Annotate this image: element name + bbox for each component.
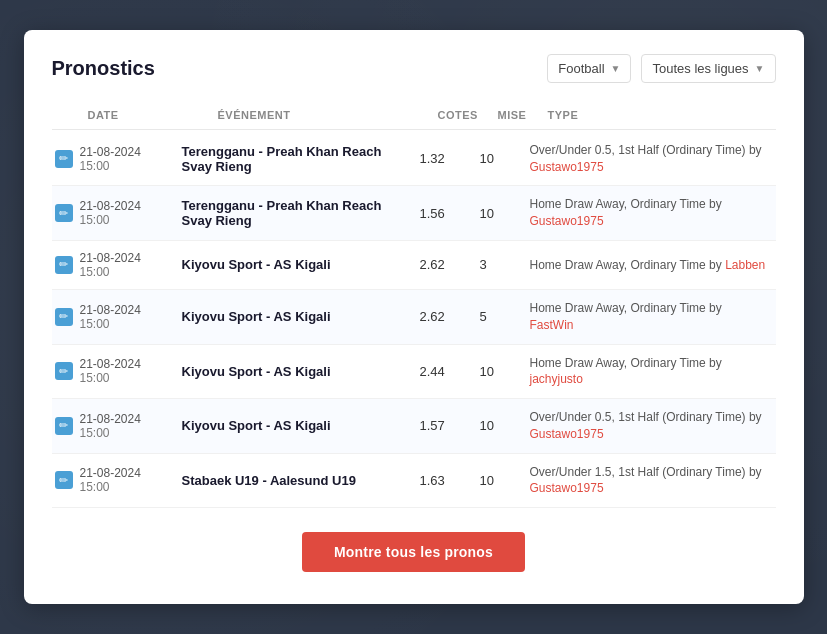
- row-author[interactable]: Gustawo1975: [530, 160, 604, 174]
- show-more-button[interactable]: Montre tous les pronos: [302, 532, 525, 572]
- row-date-value: 21-08-2024: [80, 303, 182, 317]
- row-date-value: 21-08-2024: [80, 251, 182, 265]
- row-author[interactable]: Gustawo1975: [530, 427, 604, 441]
- pronostics-card: Pronostics Football ▼ Toutes les ligues …: [24, 30, 804, 605]
- row-time-value: 15:00: [80, 213, 182, 227]
- row-type: Over/Under 1.5, 1st Half (Ordinary Time)…: [530, 464, 768, 498]
- row-type-text: Over/Under 0.5, 1st Half (Ordinary Time)…: [530, 410, 762, 424]
- col-event: ÉVÉNEMENT: [218, 109, 438, 121]
- sport-filter-chevron-icon: ▼: [611, 63, 621, 74]
- pencil-icon: [55, 308, 73, 326]
- row-edit-icon: [52, 468, 76, 492]
- col-type: TYPE: [548, 109, 768, 121]
- row-edit-icon: [52, 201, 76, 225]
- pencil-icon: [55, 417, 73, 435]
- league-filter-label: Toutes les ligues: [652, 61, 748, 76]
- row-event: Stabaek U19 - Aalesund U19: [182, 473, 420, 488]
- pencil-icon: [55, 256, 73, 274]
- row-type: Over/Under 0.5, 1st Half (Ordinary Time)…: [530, 142, 768, 176]
- row-type-text: Home Draw Away, Ordinary Time by: [530, 258, 726, 272]
- row-type-text: Home Draw Away, Ordinary Time by: [530, 301, 722, 315]
- table-row: 21-08-2024 15:00 Kiyovu Sport - AS Kigal…: [52, 345, 776, 400]
- row-date-value: 21-08-2024: [80, 412, 182, 426]
- row-author[interactable]: Gustawo1975: [530, 214, 604, 228]
- league-filter-chevron-icon: ▼: [755, 63, 765, 74]
- sport-filter-dropdown[interactable]: Football ▼: [547, 54, 631, 83]
- filters-container: Football ▼ Toutes les ligues ▼: [547, 54, 775, 83]
- sport-filter-label: Football: [558, 61, 604, 76]
- row-mise: 10: [480, 206, 530, 221]
- row-event: Terengganu - Preah Khan Reach Svay Rieng: [182, 198, 420, 228]
- row-edit-icon: [52, 253, 76, 277]
- row-mise: 10: [480, 151, 530, 166]
- row-type: Over/Under 0.5, 1st Half (Ordinary Time)…: [530, 409, 768, 443]
- row-cotes: 1.63: [420, 473, 480, 488]
- row-mise: 5: [480, 309, 530, 324]
- row-edit-icon: [52, 359, 76, 383]
- row-mise: 10: [480, 364, 530, 379]
- row-date-value: 21-08-2024: [80, 466, 182, 480]
- row-author[interactable]: jachyjusto: [530, 372, 583, 386]
- row-event: Terengganu - Preah Khan Reach Svay Rieng: [182, 144, 420, 174]
- pencil-icon: [55, 362, 73, 380]
- row-mise: 10: [480, 473, 530, 488]
- league-filter-dropdown[interactable]: Toutes les ligues ▼: [641, 54, 775, 83]
- table-row: 21-08-2024 15:00 Kiyovu Sport - AS Kigal…: [52, 290, 776, 345]
- row-type-text: Over/Under 0.5, 1st Half (Ordinary Time)…: [530, 143, 762, 157]
- card-header: Pronostics Football ▼ Toutes les ligues …: [52, 54, 776, 83]
- row-cotes: 2.44: [420, 364, 480, 379]
- table-row: 21-08-2024 15:00 Terengganu - Preah Khan…: [52, 186, 776, 241]
- row-edit-icon: [52, 414, 76, 438]
- row-time-value: 15:00: [80, 159, 182, 173]
- row-date-value: 21-08-2024: [80, 199, 182, 213]
- row-edit-icon: [52, 147, 76, 171]
- row-time-value: 15:00: [80, 480, 182, 494]
- row-time-value: 15:00: [80, 317, 182, 331]
- row-mise: 3: [480, 257, 530, 272]
- col-cotes: COTES: [438, 109, 498, 121]
- pencil-icon: [55, 150, 73, 168]
- row-cotes: 2.62: [420, 257, 480, 272]
- row-cotes: 1.57: [420, 418, 480, 433]
- row-type-text: Home Draw Away, Ordinary Time by: [530, 197, 722, 211]
- pencil-icon: [55, 471, 73, 489]
- row-time-value: 15:00: [80, 265, 182, 279]
- row-mise: 10: [480, 418, 530, 433]
- table-row: 21-08-2024 15:00 Kiyovu Sport - AS Kigal…: [52, 241, 776, 290]
- row-type: Home Draw Away, Ordinary Time by Labben: [530, 257, 768, 274]
- col-date: DATE: [88, 109, 218, 121]
- table-row: 21-08-2024 15:00 Stabaek U19 - Aalesund …: [52, 454, 776, 509]
- col-mise: MISE: [498, 109, 548, 121]
- row-author[interactable]: Labben: [725, 258, 765, 272]
- row-type-text: Home Draw Away, Ordinary Time by: [530, 356, 722, 370]
- row-cotes: 1.32: [420, 151, 480, 166]
- row-event: Kiyovu Sport - AS Kigali: [182, 364, 420, 379]
- row-type: Home Draw Away, Ordinary Time by Gustawo…: [530, 196, 768, 230]
- page-title: Pronostics: [52, 57, 155, 80]
- pencil-icon: [55, 204, 73, 222]
- row-event: Kiyovu Sport - AS Kigali: [182, 309, 420, 324]
- row-date-value: 21-08-2024: [80, 145, 182, 159]
- row-edit-icon: [52, 305, 76, 329]
- table-row: 21-08-2024 15:00 Kiyovu Sport - AS Kigal…: [52, 399, 776, 454]
- row-cotes: 2.62: [420, 309, 480, 324]
- table-body: 21-08-2024 15:00 Terengganu - Preah Khan…: [52, 132, 776, 509]
- row-type-text: Over/Under 1.5, 1st Half (Ordinary Time)…: [530, 465, 762, 479]
- row-time-value: 15:00: [80, 371, 182, 385]
- row-event: Kiyovu Sport - AS Kigali: [182, 418, 420, 433]
- row-type: Home Draw Away, Ordinary Time by FastWin: [530, 300, 768, 334]
- table-row: 21-08-2024 15:00 Terengganu - Preah Khan…: [52, 132, 776, 187]
- table-header: DATE ÉVÉNEMENT COTES MISE TYPE: [52, 103, 776, 130]
- row-date-value: 21-08-2024: [80, 357, 182, 371]
- row-author[interactable]: Gustawo1975: [530, 481, 604, 495]
- row-event: Kiyovu Sport - AS Kigali: [182, 257, 420, 272]
- row-time-value: 15:00: [80, 426, 182, 440]
- row-cotes: 1.56: [420, 206, 480, 221]
- row-author[interactable]: FastWin: [530, 318, 574, 332]
- row-type: Home Draw Away, Ordinary Time by jachyju…: [530, 355, 768, 389]
